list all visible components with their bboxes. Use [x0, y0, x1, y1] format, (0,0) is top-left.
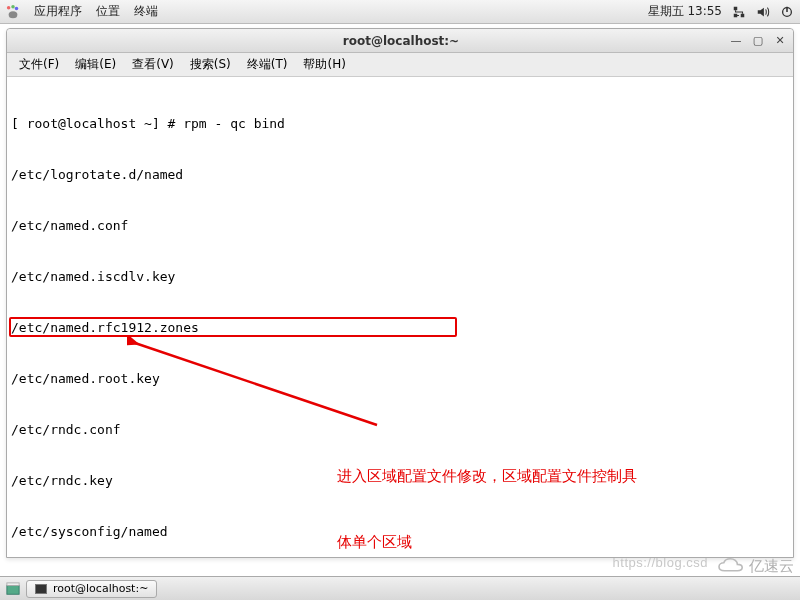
annotation-line: 进入区域配置文件修改，区域配置文件控制具 [337, 465, 757, 487]
svg-point-3 [9, 11, 18, 18]
show-desktop-icon[interactable] [6, 582, 20, 596]
menu-help[interactable]: 帮助(H) [297, 54, 351, 75]
volume-icon[interactable] [756, 5, 770, 19]
watermark-text: https://blog.csd [613, 555, 708, 570]
window-titlebar[interactable]: root@localhost:~ — ▢ ✕ [7, 29, 793, 53]
terminal-area[interactable]: [ root@localhost ~] # rpm - qc bind /etc… [7, 77, 793, 557]
window-close-button[interactable]: ✕ [773, 34, 787, 48]
gnome-bottom-panel: root@localhost:~ [0, 576, 800, 600]
menu-terminal[interactable]: 终端(T) [241, 54, 294, 75]
terminal-window: root@localhost:~ — ▢ ✕ 文件(F) 编辑(E) 查看(V)… [6, 28, 794, 558]
brand-logo: 亿速云 [715, 556, 794, 576]
menu-search[interactable]: 搜索(S) [184, 54, 237, 75]
cloud-icon [715, 556, 747, 576]
terminal-line: [ root@localhost ~] # rpm - qc bind [11, 115, 789, 132]
terminal-icon [35, 584, 47, 594]
terminal-menubar: 文件(F) 编辑(E) 查看(V) 搜索(S) 终端(T) 帮助(H) [7, 53, 793, 77]
terminal-line: /etc/named.iscdlv.key [11, 268, 789, 285]
svg-rect-12 [7, 582, 19, 585]
window-maximize-button[interactable]: ▢ [751, 34, 765, 48]
menu-view[interactable]: 查看(V) [126, 54, 180, 75]
power-icon[interactable] [780, 5, 794, 19]
brand-logo-text: 亿速云 [749, 557, 794, 576]
annotation-text: 进入区域配置文件修改，区域配置文件控制具 体单个区域 [337, 421, 757, 557]
terminal-line: /etc/named.root.key [11, 370, 789, 387]
panel-menu-places[interactable]: 位置 [96, 3, 120, 20]
network-icon[interactable] [732, 5, 746, 19]
terminal-line: /etc/logrotate.d/named [11, 166, 789, 183]
terminal-line: /etc/named.rfc1912.zones [11, 319, 789, 336]
svg-rect-4 [734, 6, 738, 10]
gnome-top-panel: 应用程序 位置 终端 星期五 13:55 [0, 0, 800, 24]
svg-point-0 [7, 5, 11, 9]
panel-menu-applications[interactable]: 应用程序 [34, 3, 82, 20]
menu-file[interactable]: 文件(F) [13, 54, 65, 75]
taskbar-entry-terminal[interactable]: root@localhost:~ [26, 580, 157, 598]
svg-point-2 [15, 6, 19, 10]
svg-rect-5 [741, 13, 745, 17]
svg-rect-11 [7, 585, 19, 594]
window-title: root@localhost:~ [73, 34, 729, 48]
window-minimize-button[interactable]: — [729, 34, 743, 48]
menu-edit[interactable]: 编辑(E) [69, 54, 122, 75]
panel-datetime[interactable]: 星期五 13:55 [648, 3, 722, 20]
taskbar-entry-label: root@localhost:~ [53, 582, 148, 595]
svg-point-1 [11, 5, 15, 9]
panel-menu-terminal[interactable]: 终端 [134, 3, 158, 20]
annotation-line: 体单个区域 [337, 531, 757, 553]
gnome-foot-icon [6, 5, 20, 19]
terminal-line: /etc/named.conf [11, 217, 789, 234]
